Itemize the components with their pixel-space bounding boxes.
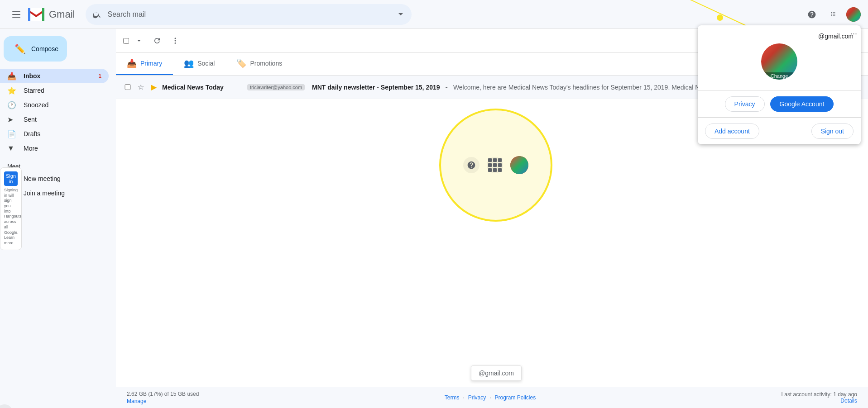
refresh-icon [153, 37, 161, 45]
drafts-icon: 📄 [7, 130, 16, 138]
details-link[interactable]: Details [840, 398, 857, 404]
nav-new-meeting-label: New meeting [24, 175, 61, 182]
account-dropdown: ··· @gmail.com Change Privacy Google Acc… [698, 25, 861, 144]
svg-rect-2 [12, 17, 20, 18]
nav-drafts-label: Drafts [24, 130, 40, 138]
tab-promotions-label: Promotions [250, 60, 282, 67]
dropdown-header: ··· @gmail.com Change [698, 25, 861, 91]
dropdown-bottom-actions: Add account Sign out [698, 118, 861, 144]
nav-more-label: More [24, 145, 38, 152]
privacy-link[interactable]: Privacy [468, 394, 486, 401]
support-button[interactable] [803, 5, 821, 24]
circle-avatar [510, 156, 528, 174]
select-all-dropdown[interactable] [131, 33, 147, 49]
tab-primary-label: Primary [140, 60, 162, 67]
compose-icon: ✏️ [14, 43, 26, 54]
email-subject: MNT daily newsletter - September 15, 201… [312, 84, 440, 91]
inbox-icon: 📥 [7, 72, 16, 81]
email-label-popup: @gmail.com [471, 365, 522, 381]
social-tab-icon: 👥 [184, 58, 194, 68]
footer-sep2: · [489, 394, 491, 401]
dropdown-actions: Privacy Google Account [698, 91, 861, 118]
storage-info: 2.62 GB (17%) of 15 GB used [127, 391, 199, 397]
svg-rect-1 [12, 14, 20, 15]
signin-description: Signing in will sign you into Hangouts a… [4, 188, 18, 246]
gmail-text: Gmail [49, 9, 75, 20]
tab-primary[interactable]: 📥 Primary [116, 53, 173, 75]
search-bar[interactable] [86, 4, 412, 25]
compose-label: Compose [31, 45, 58, 52]
email-label-text: @gmail.com [479, 370, 514, 377]
search-input[interactable] [107, 10, 392, 19]
last-activity: Last account activity: 1 day ago [782, 391, 857, 398]
more-icon: ▼ [7, 144, 16, 152]
nav-sent[interactable]: ➤ Sent [0, 112, 109, 127]
terms-link[interactable]: Terms [445, 394, 460, 401]
add-account-button[interactable]: Add account [705, 123, 759, 139]
sent-icon: ➤ [7, 115, 16, 124]
apps-button[interactable] [825, 5, 843, 24]
dropdown-email-top: @gmail.com [818, 33, 854, 40]
dropdown-avatar[interactable]: Change [761, 43, 797, 80]
privacy-button[interactable]: Privacy [725, 96, 765, 112]
gmail-logo[interactable]: Gmail [27, 8, 75, 21]
nav-more[interactable]: ▼ More [0, 141, 109, 156]
search-icon [93, 10, 102, 19]
nav-starred-label: Starred [24, 87, 44, 94]
snoozed-icon: 🕐 [7, 101, 16, 109]
starred-icon: ⭐ [7, 86, 16, 95]
menu-button[interactable] [7, 5, 25, 24]
signin-panel: Sign in Signing in will sign you into Ha… [0, 167, 22, 250]
program-policies-link[interactable]: Program Policies [494, 394, 536, 401]
compose-button[interactable]: ✏️ Compose [4, 36, 67, 62]
tab-social-label: Social [197, 60, 215, 67]
svg-point-7 [175, 43, 176, 44]
sign-out-button[interactable]: Sign out [811, 123, 854, 139]
star-icon[interactable]: ☆ [138, 83, 144, 91]
manage-link[interactable]: Manage [127, 398, 199, 404]
header-actions [803, 5, 861, 24]
nav-inbox[interactable]: 📥 Inbox 1 [0, 69, 109, 83]
nav-starred[interactable]: ⭐ Starred [0, 83, 109, 98]
inbox-badge: 1 [98, 73, 101, 79]
select-all-checkbox[interactable] [123, 38, 129, 44]
more-vert-icon [171, 37, 179, 45]
svg-point-6 [175, 40, 176, 42]
support-icon [807, 10, 816, 19]
email-separator: - [446, 83, 448, 91]
search-dropdown-icon[interactable] [397, 11, 404, 18]
sender-badge: triciawriter@yahoo.com [247, 84, 305, 90]
nav-drafts[interactable]: 📄 Drafts [0, 127, 109, 141]
nav-snoozed[interactable]: 🕐 Snoozed [0, 98, 109, 112]
promotions-tab-icon: 🏷️ [236, 58, 246, 68]
more-options-button[interactable] [167, 33, 183, 49]
email-checkbox[interactable] [123, 84, 132, 90]
google-account-button[interactable]: Google Account [770, 96, 834, 112]
primary-tab-icon: 📥 [127, 58, 137, 68]
footer-links: Terms · Privacy · Program Policies [445, 394, 536, 401]
refresh-button[interactable] [149, 33, 165, 49]
nav-sent-label: Sent [24, 116, 37, 123]
nav-join-label: Join a meeting [24, 190, 65, 197]
svg-point-5 [175, 38, 176, 39]
hangouts-button[interactable]: 💬 [0, 404, 13, 408]
circle-apps-icon [487, 157, 503, 173]
footer-right: Last account activity: 1 day ago Details [782, 391, 857, 404]
tab-promotions[interactable]: 🏷️ Promotions [225, 53, 293, 75]
account-avatar-button[interactable] [846, 7, 861, 22]
footer-sep1: · [463, 394, 464, 401]
dropdown-arrow-icon [137, 38, 141, 43]
tab-social[interactable]: 👥 Social [173, 53, 225, 75]
svg-rect-0 [12, 11, 20, 12]
header: Gmail [0, 0, 868, 29]
email-sender: Medical News Today [162, 84, 244, 91]
dropdown-more-button[interactable]: ··· [850, 29, 857, 38]
nav-inbox-label: Inbox [24, 72, 40, 80]
important-icon: ▶ [151, 83, 157, 91]
circle-support-icon [463, 157, 480, 173]
circle-inner [463, 156, 528, 174]
highlight-circle [439, 109, 552, 222]
yellow-dot [717, 14, 723, 21]
footer: 2.62 GB (17%) of 15 GB used Manage Terms… [116, 387, 868, 408]
signin-button[interactable]: Sign in [4, 171, 18, 186]
